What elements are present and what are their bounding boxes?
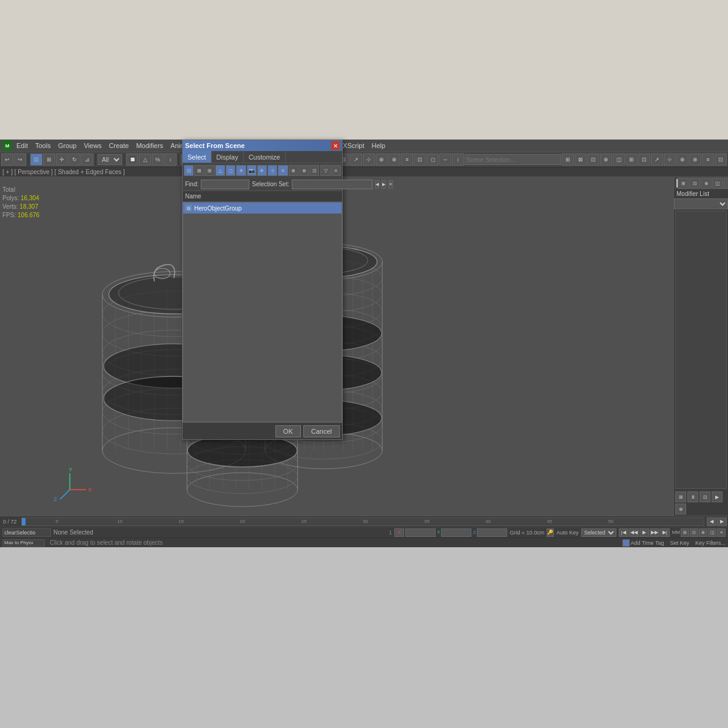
anim-extra4[interactable]: ◫ xyxy=(708,528,716,537)
anim-prev-btn[interactable]: ◀◀ xyxy=(629,528,639,537)
rp-icon4[interactable]: ◫ xyxy=(712,178,723,189)
selected-dropdown[interactable]: Selected xyxy=(581,528,616,537)
snap-toggle[interactable]: 🔲 xyxy=(126,153,138,166)
dt-none-btn[interactable]: ⊗ xyxy=(299,165,309,176)
tb-extra-r4[interactable]: ◫ xyxy=(613,153,625,166)
tb-extra-r7[interactable]: ↗ xyxy=(651,153,663,166)
rotate-btn[interactable]: ↻ xyxy=(69,153,81,166)
undo-btn[interactable]: ↩ xyxy=(1,153,13,166)
ss-btn3[interactable]: ✕ xyxy=(388,180,393,189)
dt-clear-btn[interactable]: ⊠ xyxy=(194,165,204,176)
menu-edit[interactable]: Edit xyxy=(13,141,31,150)
tb-btn-extra7[interactable]: ⊕ xyxy=(376,153,388,166)
clear-selection-btn[interactable]: clearSelectio xyxy=(2,528,51,537)
cancel-button[interactable]: Cancel xyxy=(303,425,340,437)
select-obj-btn[interactable]: ⊡ xyxy=(30,153,42,166)
ss-btn1[interactable]: ◀ xyxy=(375,180,379,189)
named-selection-input[interactable] xyxy=(465,154,561,165)
rp-ctrl4[interactable]: ▶ xyxy=(712,491,723,502)
menu-views[interactable]: Views xyxy=(81,141,104,150)
select-filter-dropdown[interactable]: All xyxy=(98,154,122,165)
dialog-tab-customize[interactable]: Customize xyxy=(244,151,286,163)
anim-next-btn[interactable]: ▶▶ xyxy=(650,528,659,537)
tb-btn-extra11[interactable]: ◻ xyxy=(426,153,439,166)
dt-shape-btn[interactable]: ◻ xyxy=(226,165,235,176)
coord-y-input[interactable] xyxy=(441,528,471,537)
tb-btn-extra5[interactable]: ↗ xyxy=(350,153,362,166)
dt-camera-btn[interactable]: 📷 xyxy=(247,165,257,176)
tb-extra-r2[interactable]: ⊡ xyxy=(587,153,599,166)
dialog-tab-select[interactable]: Select xyxy=(183,151,212,163)
move-btn[interactable]: ✛ xyxy=(56,153,68,166)
coord-z-input[interactable] xyxy=(477,528,507,537)
tb-extra-r3[interactable]: ⊕ xyxy=(600,153,612,166)
tb-btn-extra10[interactable]: ⊡ xyxy=(414,153,426,166)
rp-icon1[interactable]: ⊞ xyxy=(678,178,689,189)
tb-extra-r9[interactable]: ⊕ xyxy=(676,153,689,166)
scene-select-btn[interactable]: ⊞ xyxy=(562,153,574,166)
dialog-tab-display[interactable]: Display xyxy=(212,151,244,163)
timeline-marker[interactable] xyxy=(22,518,25,525)
select-region-btn[interactable]: ⊞ xyxy=(43,153,55,166)
find-input[interactable] xyxy=(201,180,249,189)
dt-invert2-btn[interactable]: ⊡ xyxy=(309,165,319,176)
dialog-close-button[interactable]: ✕ xyxy=(331,141,340,150)
max-to-physx-btn[interactable]: Max to Physx xyxy=(2,539,45,547)
rp-icon2[interactable]: ⊡ xyxy=(689,178,700,189)
tb-btn-extra9[interactable]: ≡ xyxy=(401,153,413,166)
angle-snap[interactable]: △ xyxy=(139,153,151,166)
menu-help[interactable]: Help xyxy=(369,141,389,150)
tb-btn-extra8[interactable]: ⊗ xyxy=(388,153,400,166)
add-time-tag-icon[interactable] xyxy=(622,539,630,547)
anim-last-btn[interactable]: ▶| xyxy=(660,528,670,537)
tb-extra-r11[interactable]: ≡ xyxy=(702,153,714,166)
dt-options-btn[interactable]: ≡ xyxy=(331,165,341,176)
anim-scroll-right[interactable]: ▶ xyxy=(717,517,727,526)
menu-create[interactable]: Create xyxy=(106,141,132,150)
dt-select-all-btn[interactable]: ⊡ xyxy=(184,165,194,176)
anim-extra3[interactable]: ⊕ xyxy=(699,528,707,537)
tb-btn-extra12[interactable]: ↔ xyxy=(439,153,451,166)
tb-extra-r12[interactable]: ⊡ xyxy=(715,153,727,166)
rp-ctrl5[interactable]: ⊕ xyxy=(675,504,686,514)
modifier-dropdown[interactable] xyxy=(674,198,728,209)
anim-play-btn[interactable]: ▶ xyxy=(639,528,649,537)
tb-extra-r1[interactable]: ⊠ xyxy=(575,153,587,166)
anim-extra1[interactable]: ⊞ xyxy=(681,528,689,537)
scale-btn[interactable]: ⊿ xyxy=(81,153,93,166)
tb-extra-r6[interactable]: ⊡ xyxy=(638,153,650,166)
rp-ctrl3[interactable]: ⊡ xyxy=(699,491,710,502)
ok-button[interactable]: OK xyxy=(275,425,301,437)
tb-btn-extra13[interactable]: ↕ xyxy=(452,153,464,166)
dt-invert-btn[interactable]: ⊞ xyxy=(205,165,215,176)
tb-extra-r10[interactable]: ⊗ xyxy=(689,153,701,166)
timeline-track[interactable]: 5 10 15 20 25 30 35 40 45 50 xyxy=(21,517,704,526)
spinner-snap[interactable]: ↕ xyxy=(164,153,177,166)
anim-extra5[interactable]: ≡ xyxy=(717,528,726,537)
tb-extra-r5[interactable]: ⊞ xyxy=(625,153,638,166)
dt-all-btn[interactable]: ⊕ xyxy=(289,165,298,176)
percent-snap[interactable]: % xyxy=(152,153,164,166)
dt-space-btn[interactable]: ⊹ xyxy=(268,165,277,176)
dt-light-btn[interactable]: ☀ xyxy=(236,165,246,176)
selection-set-input[interactable] xyxy=(292,180,372,189)
menu-tools[interactable]: Tools xyxy=(32,141,54,150)
rp-ctrl2[interactable]: ⏸ xyxy=(687,491,698,502)
app-icon[interactable]: M xyxy=(2,141,12,150)
anim-extra2[interactable]: ⊡ xyxy=(690,528,698,537)
key-icon[interactable]: 🔑 xyxy=(547,528,554,537)
rp-ctrl1[interactable]: ⊞ xyxy=(675,491,686,502)
dialog-object-list[interactable]: G HeroObjectGroup xyxy=(183,202,342,422)
dt-helper-btn[interactable]: ✛ xyxy=(257,165,267,176)
dt-filter-btn[interactable]: ▽ xyxy=(320,165,330,176)
tb-extra-r8[interactable]: ⊹ xyxy=(664,153,676,166)
dt-geo-btn[interactable]: △ xyxy=(215,165,225,176)
tb-btn-extra6[interactable]: ⊹ xyxy=(363,153,375,166)
ss-btn2[interactable]: ▶ xyxy=(382,180,386,189)
dt-bone-btn[interactable]: ≡ xyxy=(278,165,288,176)
menu-group[interactable]: Group xyxy=(55,141,80,150)
anim-first-btn[interactable]: |◀ xyxy=(619,528,629,537)
anim-scroll-left[interactable]: ◀ xyxy=(707,517,716,526)
rp-icon5[interactable]: ≡ xyxy=(724,178,728,189)
menu-modifiers[interactable]: Modifiers xyxy=(133,141,166,150)
